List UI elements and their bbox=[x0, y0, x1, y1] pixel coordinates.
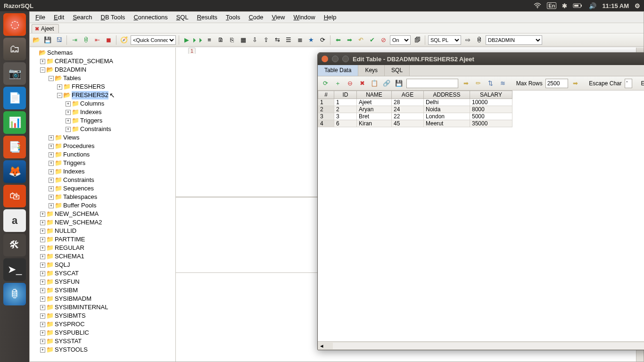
tree-schema[interactable]: PARTTIME bbox=[55, 235, 85, 244]
row-number[interactable]: 2 bbox=[318, 106, 334, 113]
menu-view[interactable]: View bbox=[268, 12, 289, 22]
cell[interactable]: Bret bbox=[357, 113, 392, 120]
tree-views[interactable]: Views bbox=[63, 133, 79, 142]
filter-input[interactable] bbox=[406, 79, 458, 88]
data-grid[interactable]: #IDNAMEAGEADDRESSSALARY 11Ajeet28Delhi10… bbox=[318, 90, 644, 341]
history-icon[interactable]: ⟳ bbox=[318, 35, 327, 45]
terminal-icon[interactable]: ➤_ bbox=[3, 258, 26, 281]
cell[interactable]: 1 bbox=[334, 99, 357, 106]
tree-schema[interactable]: SCHEMA1 bbox=[55, 252, 84, 261]
cell[interactable]: Aryan bbox=[357, 106, 392, 113]
explain-icon[interactable]: ≡ bbox=[205, 35, 214, 45]
expand-icon[interactable]: + bbox=[40, 263, 45, 268]
add-row-icon[interactable]: ＋ bbox=[333, 79, 342, 88]
volume-icon[interactable]: 🔊 bbox=[589, 2, 596, 9]
query-builder-icon[interactable]: ▦ bbox=[239, 35, 248, 45]
cell[interactable]: 10000 bbox=[470, 99, 512, 106]
expand-icon[interactable]: + bbox=[40, 237, 45, 242]
folder-open-icon[interactable]: 📂 bbox=[32, 35, 41, 45]
expand-icon[interactable]: + bbox=[40, 254, 45, 259]
tree-schema[interactable]: SYSCAT bbox=[55, 269, 79, 278]
row-number[interactable]: 4 bbox=[318, 120, 334, 127]
close-tab-icon[interactable]: ✖ bbox=[35, 26, 39, 32]
menu-results[interactable]: Results bbox=[193, 12, 221, 22]
page-icon[interactable]: 🗐 bbox=[413, 35, 422, 45]
new-tab-icon[interactable]: 🗎 bbox=[216, 35, 225, 45]
rollback-icon[interactable]: ⊘ bbox=[379, 35, 388, 45]
tab-keys[interactable]: Keys bbox=[358, 65, 385, 76]
cell[interactable]: Kiran bbox=[357, 120, 392, 127]
wifi-icon[interactable] bbox=[534, 3, 541, 8]
scroll-left-icon[interactable]: ◂ bbox=[318, 342, 325, 349]
clock[interactable]: 11:15 AM bbox=[602, 2, 629, 9]
tree-schema[interactable]: SYSIBM bbox=[55, 286, 78, 295]
battery-icon[interactable] bbox=[573, 3, 583, 8]
cell[interactable]: Meerut bbox=[424, 120, 470, 127]
expand-icon[interactable]: + bbox=[40, 296, 45, 302]
cell[interactable]: 28 bbox=[392, 99, 424, 106]
nav-back-icon[interactable]: ⬅ bbox=[333, 35, 343, 45]
cell[interactable]: 35000 bbox=[470, 120, 512, 127]
cell[interactable]: 5000 bbox=[470, 113, 512, 120]
collapse-icon[interactable]: − bbox=[49, 76, 54, 81]
run-icon[interactable]: ▶ bbox=[182, 35, 191, 45]
tree-triggers[interactable]: Triggers bbox=[80, 116, 102, 125]
tree-indexes[interactable]: Indexes bbox=[80, 108, 102, 116]
expand-icon[interactable]: + bbox=[40, 305, 45, 310]
copy-icon[interactable]: 📋 bbox=[370, 79, 379, 88]
export-icon[interactable]: ⇧ bbox=[261, 35, 271, 45]
escape-input[interactable] bbox=[625, 79, 632, 88]
keyboard-lang-indicator[interactable]: En bbox=[547, 2, 556, 9]
schema-tree[interactable]: 📂 Schemas +📁 CREATED_SCHEMA −📂 DB2ADMIN … bbox=[30, 48, 176, 362]
delete-row-icon[interactable]: ⊖ bbox=[345, 79, 355, 88]
cell[interactable]: 6 bbox=[334, 120, 357, 127]
new-query-icon[interactable]: ⎘ bbox=[227, 35, 237, 45]
column-header[interactable]: # bbox=[318, 91, 334, 99]
expand-icon[interactable]: + bbox=[40, 271, 45, 276]
expand-icon[interactable]: + bbox=[66, 118, 71, 123]
schema-icon[interactable]: 🛢 bbox=[474, 35, 484, 45]
tree-schema[interactable]: SYSPUBLIC bbox=[55, 329, 89, 337]
dash-icon[interactable]: ◌ bbox=[3, 13, 26, 36]
menu-window[interactable]: Window bbox=[289, 12, 319, 22]
expand-icon[interactable]: + bbox=[40, 212, 45, 217]
expand-icon[interactable]: + bbox=[40, 313, 45, 319]
tab-sql[interactable]: SQL bbox=[385, 65, 410, 76]
expand-icon[interactable]: + bbox=[49, 203, 54, 208]
tree-table-freshers[interactable]: FRESHERS bbox=[72, 82, 105, 91]
expand-icon[interactable]: + bbox=[40, 322, 45, 327]
nav-fwd-icon[interactable]: ➡ bbox=[345, 35, 354, 45]
tree-constraints[interactable]: Constraints bbox=[80, 125, 111, 133]
menu-file[interactable]: File bbox=[32, 12, 49, 22]
column-header[interactable]: ID bbox=[334, 91, 357, 99]
expand-icon[interactable]: + bbox=[49, 144, 54, 149]
tree-schema[interactable]: SYSSTAT bbox=[55, 337, 82, 346]
expand-icon[interactable]: + bbox=[49, 178, 54, 183]
favorite-icon[interactable]: ★ bbox=[306, 35, 316, 45]
collapse-icon[interactable]: − bbox=[40, 67, 45, 73]
expand-icon[interactable]: + bbox=[40, 280, 45, 285]
window-maximize-icon[interactable] bbox=[342, 56, 349, 62]
editor-tab-number[interactable]: 1 bbox=[188, 48, 196, 54]
connection-tab[interactable]: ✖ Ajeet bbox=[32, 24, 59, 33]
bluetooth-icon[interactable]: ✱ bbox=[562, 2, 567, 9]
tree-schema[interactable]: SYSTOOLS bbox=[55, 346, 88, 354]
quick-connect-select[interactable]: <Quick Connect> bbox=[131, 35, 176, 45]
cell[interactable]: 24 bbox=[392, 106, 424, 113]
tree-schema[interactable]: NULLID bbox=[55, 227, 76, 235]
horizontal-scrollbar[interactable]: ◂ ▸ bbox=[318, 341, 644, 350]
expand-icon[interactable]: + bbox=[49, 195, 54, 200]
expand-icon[interactable]: + bbox=[40, 229, 45, 234]
razorsql-icon[interactable]: 🛢 bbox=[3, 283, 26, 305]
tree-schema[interactable]: SQLJ bbox=[55, 261, 70, 269]
impress-icon[interactable]: 📑 bbox=[3, 136, 26, 158]
expand-icon[interactable]: + bbox=[40, 220, 45, 225]
cell[interactable]: 8000 bbox=[470, 106, 512, 113]
collapse-icon[interactable]: − bbox=[57, 93, 62, 98]
stop-icon[interactable]: ◼ bbox=[104, 35, 113, 45]
gear-icon[interactable]: ⚙ bbox=[635, 2, 640, 9]
expand-icon[interactable]: + bbox=[49, 161, 54, 166]
autocommit-select[interactable]: On bbox=[390, 35, 411, 45]
refresh-icon[interactable]: ⟳ bbox=[321, 79, 330, 88]
tree-schema[interactable]: SYSIBMINTERNAL bbox=[55, 303, 108, 312]
